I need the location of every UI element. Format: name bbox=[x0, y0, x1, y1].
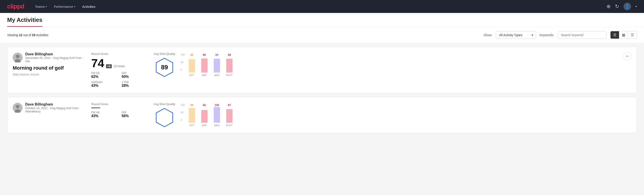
round-score-label: Round Score bbox=[91, 102, 146, 106]
nav-performance[interactable]: Performance ▾ bbox=[54, 5, 75, 8]
view-list-wide-button[interactable]: ☰ bbox=[628, 31, 637, 38]
add-icon[interactable]: ⊕ bbox=[606, 4, 610, 9]
quality-section: Avg Shot Quality 89 bbox=[154, 52, 176, 78]
chevron-down-icon[interactable]: ▾ bbox=[636, 5, 637, 8]
round-score-row bbox=[91, 108, 146, 108]
nav-teams[interactable]: Teams ▾ bbox=[35, 5, 47, 8]
chevron-down-icon: ▾ bbox=[46, 5, 47, 8]
updown-stat: Up/Down 43% bbox=[91, 80, 116, 88]
card-left: Dave Billingham December 05, 2021 · Gog … bbox=[13, 52, 84, 76]
activity-card: Dave Billingham October 16, 2021 · Gog M… bbox=[7, 97, 637, 133]
score-placeholder bbox=[91, 108, 100, 108]
filter-bar: Viewing 12 out of 29 Activities Show: Al… bbox=[0, 27, 644, 43]
card-stats: Round Score FW Hit 43% GIR 56% bbox=[84, 102, 146, 118]
svg-marker-7 bbox=[156, 108, 173, 127]
user-icon: 👤 bbox=[625, 4, 630, 9]
hexagon: 89 bbox=[154, 57, 174, 78]
view-mode-buttons: ☰ ▦ ☰ bbox=[610, 31, 637, 39]
bar-arg: 106 ARG bbox=[214, 104, 220, 127]
chevron-down-icon: ▾ bbox=[74, 5, 75, 8]
user-name: Dave Billingham bbox=[25, 102, 84, 106]
user-info: Dave Billingham October 16, 2021 · Gog M… bbox=[25, 102, 84, 113]
card-left: Dave Billingham October 16, 2021 · Gog M… bbox=[13, 102, 84, 115]
card-stats: Round Score 74 +4 18 Holes FW Hit 62% GI… bbox=[84, 52, 146, 88]
score-badge: +4 bbox=[106, 64, 112, 68]
navbar: clippd Teams ▾ Performance ▾ Activities … bbox=[0, 0, 644, 13]
nav-right-icons: ⊕ ↻ 👤 ▾ bbox=[606, 3, 637, 10]
user-date: December 05, 2021 · Gog Magog Golf Club … bbox=[25, 56, 84, 63]
y-axis: 100 50 0 bbox=[181, 104, 185, 121]
card-quality: Avg Shot Quality 89 100 50 bbox=[146, 52, 254, 78]
quality-label: Avg Shot Quality bbox=[154, 52, 176, 56]
edit-button[interactable]: ✏ bbox=[623, 52, 631, 60]
show-label: Show: bbox=[484, 33, 492, 37]
round-score-label: Round Score bbox=[91, 52, 146, 56]
avatar bbox=[13, 53, 22, 62]
score-value: 74 bbox=[91, 57, 104, 69]
stats-grid: FW Hit 43% GIR 56% bbox=[91, 111, 146, 118]
quality-label: Avg Shot Quality bbox=[154, 102, 176, 106]
user-info: Dave Billingham December 05, 2021 · Gog … bbox=[25, 52, 84, 63]
fw-hit-stat: FW Hit 62% bbox=[91, 72, 116, 79]
bar-ott: 94 OTT bbox=[189, 104, 195, 127]
stats-grid: FW Hit 62% GIR 50% Up/Down 43% 1 Putt 28… bbox=[91, 72, 146, 88]
round-score-row: 74 +4 18 Holes bbox=[91, 57, 146, 69]
nav-activities[interactable]: Activities bbox=[82, 5, 96, 8]
refresh-icon[interactable]: ↻ bbox=[615, 4, 619, 9]
page-header: My Activities bbox=[0, 13, 644, 27]
viewing-text: Viewing 12 out of 29 Activities bbox=[7, 33, 48, 37]
bar-putt: 87 PUTT bbox=[226, 104, 233, 127]
fw-hit-stat: FW Hit 43% bbox=[91, 111, 116, 118]
activity-card: Dave Billingham December 05, 2021 · Gog … bbox=[7, 47, 637, 93]
gir-stat: GIR 56% bbox=[122, 111, 146, 118]
user-name: Dave Billingham bbox=[25, 52, 84, 56]
hexagon-wrapper: 89 bbox=[154, 57, 176, 78]
hexagon bbox=[154, 108, 174, 128]
bar-arg: 89 ARG bbox=[214, 53, 220, 76]
user-row: Dave Billingham October 16, 2021 · Gog M… bbox=[13, 102, 84, 113]
bar-app: 90 APP bbox=[201, 53, 208, 76]
bar-chart: 100 50 0 94 OTT 82 bbox=[181, 104, 254, 127]
gir-stat: GIR 50% bbox=[122, 72, 146, 79]
page-title: My Activities bbox=[7, 16, 42, 27]
hexagon-wrapper bbox=[154, 108, 176, 128]
data-source: Data Source: Arccos bbox=[13, 73, 84, 76]
activity-type-select[interactable]: All Activity Types bbox=[496, 31, 536, 39]
filter-right: Show: All Activity Types Keywords: ☰ ▦ ☰ bbox=[484, 31, 637, 39]
quality-score: 89 bbox=[161, 64, 168, 71]
bar-putt: 89 PUTT bbox=[226, 53, 233, 76]
card-quality: Avg Shot Quality 100 50 0 bbox=[146, 102, 254, 128]
bar-ott: 85 OTT bbox=[189, 53, 195, 76]
activity-type-dropdown-wrapper[interactable]: All Activity Types bbox=[496, 31, 536, 39]
search-input[interactable] bbox=[558, 31, 607, 39]
logo[interactable]: clippd bbox=[7, 3, 24, 10]
avatar bbox=[13, 103, 22, 113]
bar-chart: 100 50 0 85 OTT 90 bbox=[181, 53, 254, 76]
keywords-label: Keywords: bbox=[540, 33, 554, 37]
activity-title: Morning round of golf bbox=[13, 65, 84, 71]
bar-app: 82 APP bbox=[201, 104, 208, 127]
svg-point-1 bbox=[16, 55, 20, 58]
user-date: October 16, 2021 · Gog Magog Golf Club -… bbox=[25, 106, 84, 113]
svg-point-5 bbox=[16, 105, 20, 108]
holes-text: 18 Holes bbox=[114, 64, 125, 68]
view-grid-button[interactable]: ▦ bbox=[619, 31, 628, 38]
oneputt-stat: 1 Putt 28% bbox=[122, 80, 146, 88]
activities-content: Dave Billingham December 05, 2021 · Gog … bbox=[0, 47, 644, 144]
y-axis: 100 50 0 bbox=[181, 53, 185, 71]
user-row: Dave Billingham December 05, 2021 · Gog … bbox=[13, 52, 84, 63]
view-list-compact-button[interactable]: ☰ bbox=[610, 31, 619, 38]
user-avatar-menu[interactable]: 👤 bbox=[624, 3, 631, 10]
quality-section: Avg Shot Quality bbox=[154, 102, 176, 128]
